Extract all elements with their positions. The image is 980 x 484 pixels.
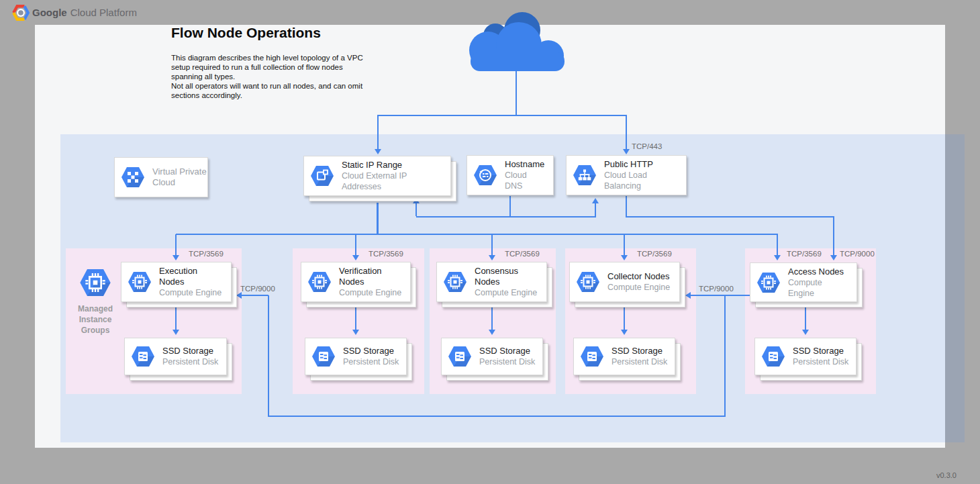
load-balancer-icon — [573, 165, 596, 185]
edge-lb-to-access — [833, 217, 834, 255]
google-cloud-logo — [12, 5, 30, 21]
card-title: SSD Storage — [343, 346, 399, 356]
page-title: Flow Node Operations — [171, 25, 321, 41]
access-ssd-card: SSD Storage Persistent Disk — [754, 338, 856, 375]
arrow-lb-into-access — [830, 255, 837, 260]
edge-access-out — [725, 295, 750, 296]
card-title: Public HTTP — [604, 159, 679, 170]
port-label-tcp443: TCP/443 — [632, 142, 662, 150]
external-ip-icon — [311, 166, 334, 186]
card-title: SSD Storage — [162, 346, 218, 356]
card-subtitle: Cloud DNS — [505, 170, 546, 191]
persistent-disk-icon — [132, 346, 154, 367]
edge-bus-to-execution — [175, 234, 177, 255]
compute-engine-icon — [444, 272, 467, 292]
persistent-disk-icon — [448, 346, 471, 367]
card-subtitle: Compute Engine — [339, 287, 403, 298]
version-label: v0.3.0 — [936, 471, 957, 479]
arrow-consensus-ssd — [489, 330, 495, 335]
port-label-tcp3569-verification: TCP/3569 — [369, 250, 403, 258]
persistent-disk-icon — [762, 346, 785, 367]
card-subtitle: Compute Engine — [607, 282, 670, 293]
edge-bus-to-collector — [624, 234, 625, 255]
card-subtitle: Persistent Disk — [162, 356, 218, 367]
hostname-card: Hostname Cloud DNS — [467, 155, 554, 195]
edge-loop-left-up — [268, 295, 269, 416]
port-label-tcp3569-consensus: TCP/3569 — [505, 250, 540, 258]
card-subtitle: Persistent Disk — [611, 356, 667, 367]
diagram-description: This diagram describes the high level to… — [171, 53, 364, 100]
arrow-into-staticip-top — [375, 149, 381, 154]
edge-internet-split — [377, 115, 627, 116]
card-title: SSD Storage — [479, 346, 535, 356]
card-title: Hostname — [505, 159, 546, 170]
edge-collector-to-ssd — [624, 305, 625, 330]
card-subtitle: Compute Engine — [788, 277, 850, 299]
arrow-verification-ssd — [352, 330, 359, 335]
edge-dns-to-lb — [595, 203, 596, 216]
edge-loop-right-down — [724, 295, 726, 416]
arrow-collector-ssd — [621, 330, 628, 335]
edge-lb-right — [626, 216, 834, 217]
access-nodes-card: Access Nodes Compute Engine — [750, 262, 857, 302]
top-bar: GoogleCloud Platform — [0, 0, 980, 25]
compute-engine-icon — [757, 273, 780, 293]
card-title: Verification Nodes — [339, 266, 403, 287]
card-subtitle: Persistent Disk — [343, 356, 399, 367]
managed-instance-groups-icon — [80, 269, 111, 296]
port-label-tcp9000-execution: TCP/9000 — [240, 285, 275, 293]
edge-staticip-trunk — [377, 203, 379, 234]
product-wordmark: GoogleCloud Platform — [32, 7, 137, 18]
virtual-private-cloud-card: Virtual Private Cloud — [114, 157, 208, 197]
compute-engine-icon — [128, 272, 151, 292]
edge-internet-to-staticip — [377, 115, 379, 149]
compute-engine-icon — [577, 272, 599, 292]
consensus-nodes-card: Consensus Nodes Compute Engine — [436, 262, 547, 302]
verification-nodes-card: Verification Nodes Compute Engine — [301, 262, 411, 302]
port-label-tcp9000-access-top: TCP/9000 — [840, 250, 875, 258]
edge-consensus-to-ssd — [491, 305, 493, 330]
compute-engine-icon — [308, 272, 331, 292]
card-title: SSD Storage — [793, 346, 848, 356]
arrow-into-verification — [352, 255, 359, 260]
port-label-tcp9000-collector: TCP/9000 — [699, 285, 734, 293]
port-label-tcp3569-execution: TCP/3569 — [189, 250, 224, 258]
card-title: Collector Nodes — [607, 271, 670, 282]
card-title: SSD Storage — [611, 346, 667, 356]
arrow-into-execution-right — [236, 292, 242, 299]
port-label-tcp3569-access: TCP/3569 — [787, 250, 822, 258]
edge-internet-trunk — [516, 71, 517, 115]
edge-bus-to-access — [777, 234, 778, 255]
static-ip-range-card: Static IP Range Cloud External IP Addres… — [303, 156, 451, 196]
card-title: Consensus Nodes — [475, 266, 540, 287]
vpc-icon — [121, 167, 144, 187]
edge-lb-down — [626, 196, 627, 216]
arrow-into-lb-top — [623, 149, 630, 154]
edge-access-to-execution — [242, 295, 268, 296]
card-title: Static IP Range — [342, 160, 444, 171]
card-title: Access Nodes — [788, 267, 850, 277]
wordmark-google: Google — [32, 7, 67, 18]
port-label-tcp3569-collector: TCP/3569 — [637, 250, 672, 258]
diagram-stage: GoogleCloud Platform Flow Node Operation… — [0, 0, 980, 484]
edge-access-to-ssd — [805, 305, 806, 330]
consensus-ssd-card: SSD Storage Persistent Disk — [441, 338, 543, 375]
arrow-into-consensus — [489, 255, 495, 260]
public-http-card: Public HTTP Cloud Load Balancing — [566, 155, 687, 195]
edge-verification-to-ssd — [355, 305, 356, 330]
execution-ssd-card: SSD Storage Persistent Disk — [124, 338, 227, 375]
edge-internet-to-lb — [626, 115, 627, 149]
verification-ssd-card: SSD Storage Persistent Disk — [305, 338, 407, 375]
card-subtitle: Persistent Disk — [479, 356, 535, 367]
edge-bus-to-consensus — [491, 234, 493, 255]
persistent-disk-icon — [581, 346, 603, 367]
edge-dns-bus — [416, 216, 596, 217]
edge-execution-to-ssd — [175, 305, 177, 330]
wordmark-cloud-platform: Cloud Platform — [70, 7, 137, 18]
arrow-into-execution — [173, 255, 179, 260]
collector-ssd-card: SSD Storage Persistent Disk — [573, 338, 675, 375]
managed-instance-groups-label: Managed Instance Groups — [69, 303, 121, 336]
card-subtitle: Persistent Disk — [793, 356, 848, 367]
persistent-disk-icon — [312, 346, 335, 367]
edge-dns-down — [509, 196, 511, 217]
